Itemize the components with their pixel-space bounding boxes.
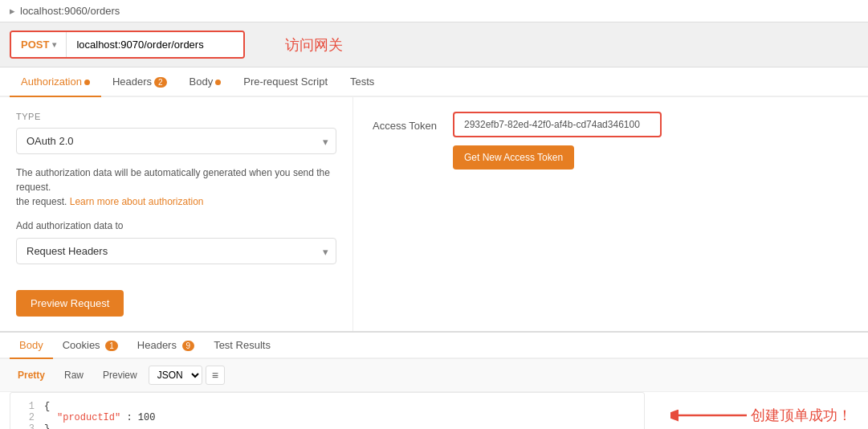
bottom-toolbar: Pretty Raw Preview JSON XML HTML Text ≡ [0, 359, 868, 392]
learn-more-link[interactable]: Learn more about authorization [70, 196, 204, 207]
tab-authorization[interactable]: Authorization [10, 67, 101, 97]
auth-dot [84, 80, 90, 85]
bottom-tab-cookies[interactable]: Cookies 1 [53, 333, 128, 359]
auth-info-text: The authorization data will be automatic… [16, 165, 336, 209]
wrap-button[interactable]: ≡ [206, 366, 225, 385]
url-bar: POST ▾ 访问网关 [0, 22, 868, 67]
method-button[interactable]: POST ▾ [11, 32, 67, 57]
right-panel: Access Token Get New Access Token [353, 97, 868, 331]
method-chevron-icon: ▾ [52, 40, 56, 49]
preview-request-button[interactable]: Preview Request [16, 290, 124, 317]
bottom-section: Body Cookies 1 Headers 9 Test Results Pr… [0, 332, 868, 429]
bottom-tab-test-results[interactable]: Test Results [204, 333, 280, 359]
annotation-label: 创建顶单成功！ [751, 406, 852, 425]
bottom-tab-headers[interactable]: Headers 9 [128, 333, 204, 359]
url-input[interactable] [67, 32, 243, 57]
annotation-arrow-icon [670, 403, 751, 427]
left-panel: TYPE OAuth 2.0 The authorization data wi… [0, 97, 353, 331]
add-auth-select[interactable]: Request Headers [16, 238, 336, 264]
get-new-access-token-button[interactable]: Get New Access Token [453, 145, 574, 170]
top-bar-arrow: ▸ [10, 5, 15, 17]
code-side: 1 { 2 "productId" : 100 3 } [0, 392, 654, 429]
type-select-wrapper: OAuth 2.0 [16, 128, 336, 154]
tab-pre-request[interactable]: Pre-request Script [232, 67, 339, 97]
body-dot [215, 80, 221, 85]
code-block-wrapper: 1 { 2 "productId" : 100 3 } [0, 392, 868, 429]
request-tabs-row: Authorization Headers2 Body Pre-request … [0, 67, 868, 97]
format-pretty-button[interactable]: Pretty [10, 366, 53, 384]
code-area: 1 { 2 "productId" : 100 3 } [10, 392, 645, 429]
tab-tests[interactable]: Tests [339, 67, 385, 97]
gateway-label: 访问网关 [285, 35, 343, 55]
token-input[interactable] [453, 112, 662, 137]
tab-headers[interactable]: Headers2 [101, 67, 178, 97]
format-preview-button[interactable]: Preview [95, 366, 145, 384]
main-content: TYPE OAuth 2.0 The authorization data wi… [0, 97, 868, 332]
top-bar-url: localhost:9060/orders [20, 5, 120, 17]
code-line-3: 3 } [23, 423, 631, 429]
access-token-label: Access Token [373, 113, 437, 132]
tab-body[interactable]: Body [178, 67, 233, 97]
code-line-1: 1 { [23, 401, 631, 412]
annotation-side: 创建顶单成功！ [654, 392, 868, 427]
token-area: Get New Access Token [453, 112, 662, 170]
format-raw-button[interactable]: Raw [56, 366, 92, 384]
type-select[interactable]: OAuth 2.0 [16, 128, 336, 154]
type-label: TYPE [16, 112, 336, 121]
url-bar-inner: POST ▾ [10, 31, 245, 59]
method-label: POST [21, 39, 49, 51]
top-bar: ▸ localhost:9060/orders [0, 0, 868, 22]
code-line-2: 2 "productId" : 100 [23, 412, 631, 423]
add-auth-label: Add authorization data to [16, 220, 336, 231]
json-format-select[interactable]: JSON XML HTML Text [149, 366, 202, 385]
bottom-tab-body[interactable]: Body [10, 333, 53, 359]
bottom-tabs-row: Body Cookies 1 Headers 9 Test Results [0, 333, 868, 359]
add-auth-select-wrapper: Request Headers [16, 238, 336, 264]
